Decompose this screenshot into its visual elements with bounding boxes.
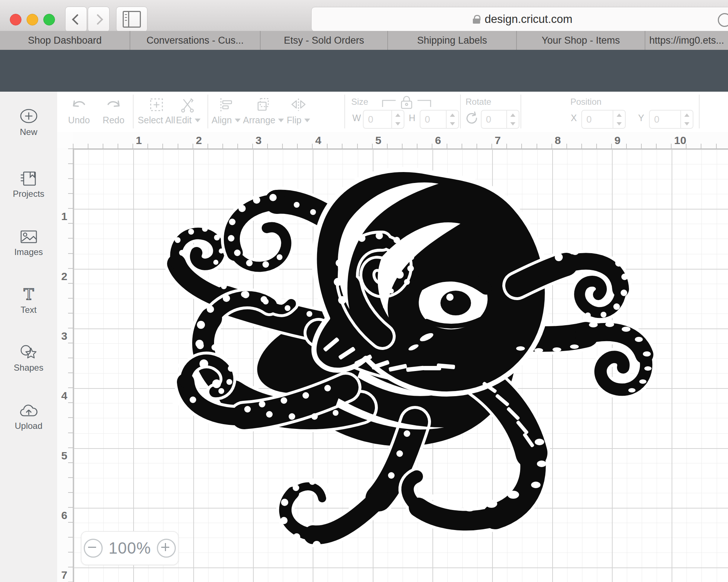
ruler-number: 4 — [315, 134, 321, 147]
position-x-value[interactable] — [582, 111, 613, 128]
forward-button[interactable] — [88, 7, 110, 32]
tab-shop-dashboard[interactable]: Shop Dashboard — [0, 31, 130, 50]
zoom-out-button[interactable] — [84, 539, 103, 558]
ruler-number: 1 — [57, 210, 67, 223]
rotate-label: Rotate — [466, 97, 491, 107]
ruler-number: 5 — [375, 134, 381, 147]
ruler-number: 7 — [57, 569, 67, 581]
sidebar-item-upload[interactable]: Upload — [0, 402, 57, 431]
app-header: Canvas Untitled — [0, 50, 728, 92]
chevron-right-icon — [92, 14, 103, 25]
undo-icon — [71, 97, 87, 112]
ruler-number: 3 — [57, 330, 67, 342]
y-axis-label: Y — [638, 113, 644, 123]
svg-text:T: T — [23, 286, 33, 303]
tab-etsy-sold-orders[interactable]: Etsy - Sold Orders — [261, 31, 388, 50]
rotate-stepper[interactable] — [506, 111, 519, 128]
sidebar-item-images[interactable]: Images — [0, 228, 57, 257]
size-label: Size — [351, 97, 368, 107]
edit-toolbar: Undo Redo Select All Edit Align Arrange … — [57, 92, 728, 133]
width-axis-label: W — [352, 113, 361, 123]
select-all-icon — [148, 96, 165, 113]
projects-icon — [19, 170, 38, 187]
edit-menu-button[interactable]: Edit — [171, 95, 206, 125]
dropdown-caret-icon — [304, 119, 310, 122]
chevron-left-icon — [72, 14, 83, 25]
images-icon — [19, 228, 38, 246]
position-y-value[interactable] — [650, 111, 680, 128]
ruler-number: 3 — [256, 134, 262, 147]
zoom-window-button[interactable] — [43, 14, 55, 25]
position-y-input[interactable] — [649, 110, 693, 129]
size-lock-icon[interactable] — [377, 95, 436, 110]
redo-button[interactable]: Redo — [99, 95, 128, 125]
edit-scissors-icon — [180, 96, 197, 113]
tool-sidebar: New Projects Images T Text Shapes Upload — [0, 92, 58, 582]
back-button[interactable] — [65, 7, 87, 32]
height-value[interactable] — [420, 111, 446, 128]
ruler-number: 1 — [136, 134, 142, 147]
rotate-input[interactable] — [481, 110, 519, 129]
lock-icon — [473, 15, 480, 24]
ruler-number: 6 — [57, 509, 67, 522]
redo-icon — [105, 97, 122, 112]
canvas-area: 1 2 3 4 5 6 7 8 9 10 1 2 3 4 5 6 7 — [57, 132, 728, 582]
ruler-number: 4 — [57, 390, 67, 402]
address-bar[interactable]: design.cricut.com — [311, 7, 728, 32]
rotate-value[interactable] — [482, 111, 506, 128]
arrange-icon — [255, 96, 272, 113]
undo-button[interactable]: Undo — [64, 95, 94, 125]
url-text: design.cricut.com — [484, 13, 572, 26]
flip-icon — [290, 96, 307, 113]
zoom-control: 100% — [81, 531, 179, 565]
minimize-window-button[interactable] — [27, 14, 38, 25]
width-input[interactable] — [363, 110, 404, 129]
new-icon — [19, 108, 38, 125]
sidebar-toggle-button[interactable] — [116, 7, 147, 32]
flip-menu-button[interactable]: Flip — [282, 95, 315, 125]
close-window-button[interactable] — [10, 14, 21, 25]
x-axis-label: X — [571, 113, 577, 123]
tab-image-url[interactable]: https://img0.ets... — [645, 31, 728, 50]
sidebar-panel-icon — [123, 11, 141, 28]
ruler-number: 9 — [614, 134, 621, 147]
horizontal-ruler — [73, 132, 728, 149]
arrange-menu-button[interactable]: Arrange — [242, 95, 285, 125]
height-input[interactable] — [420, 110, 459, 129]
tab-conversations[interactable]: Conversations - Cus... — [130, 31, 261, 50]
dropdown-caret-icon — [195, 119, 201, 122]
ruler-number: 6 — [435, 134, 441, 147]
text-icon: T — [19, 286, 38, 303]
tab-bar: Shop Dashboard Conversations - Cus... Et… — [0, 31, 728, 50]
position-label: Position — [570, 97, 601, 107]
ruler-number: 7 — [495, 134, 501, 147]
zoom-level: 100% — [108, 539, 151, 557]
ruler-number: 2 — [57, 270, 67, 283]
sidebar-item-text[interactable]: T Text — [0, 286, 57, 315]
rotate-icon[interactable] — [465, 111, 478, 126]
browser-chrome: design.cricut.com — [0, 0, 728, 31]
sidebar-item-projects[interactable]: Projects — [0, 170, 57, 199]
height-axis-label: H — [409, 113, 415, 123]
width-value[interactable] — [364, 111, 391, 128]
tab-shipping-labels[interactable]: Shipping Labels — [388, 31, 517, 50]
sidebar-item-new[interactable]: New — [0, 108, 57, 137]
ruler-number: 10 — [674, 134, 686, 147]
position-x-input[interactable] — [581, 110, 626, 129]
ruler-number: 2 — [196, 134, 202, 147]
ruler-number: 8 — [555, 134, 561, 147]
shapes-icon — [19, 344, 38, 361]
zoom-in-button[interactable] — [157, 539, 176, 558]
position-y-stepper[interactable] — [680, 111, 693, 128]
align-icon — [218, 96, 234, 113]
sidebar-item-shapes[interactable]: Shapes — [0, 344, 57, 373]
width-stepper[interactable] — [391, 111, 404, 128]
upload-icon — [19, 402, 38, 419]
position-x-stepper[interactable] — [613, 111, 625, 128]
octopus-artwork[interactable] — [157, 166, 666, 567]
tab-your-shop-items[interactable]: Your Shop - Items — [517, 31, 645, 50]
align-menu-button[interactable]: Align — [209, 95, 243, 125]
ruler-number: 5 — [57, 450, 67, 462]
dropdown-caret-icon — [235, 119, 241, 122]
height-stepper[interactable] — [446, 111, 458, 128]
